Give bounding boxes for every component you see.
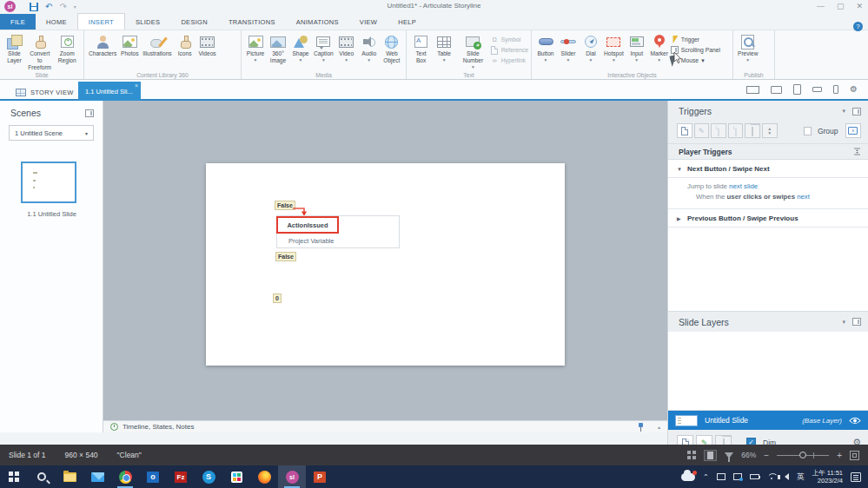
chevron-down-icon[interactable]: ▼ xyxy=(677,167,687,172)
delete-trigger-button[interactable] xyxy=(745,123,760,138)
scene-selector-dropdown[interactable]: 1 Untitled Scene ▾ xyxy=(9,125,94,141)
slide-view-icon[interactable] xyxy=(704,450,717,461)
base-layer-row[interactable]: Untitled Slide (Base Layer) xyxy=(668,411,868,430)
photos-button[interactable]: Photos xyxy=(118,32,141,58)
characters-button[interactable]: Characters xyxy=(87,32,118,58)
slide-thumbnail[interactable] xyxy=(21,162,76,203)
text-box-button[interactable]: A Text Box xyxy=(409,32,433,65)
action-issued-box[interactable]: ActionIssued xyxy=(276,216,339,234)
help-icon[interactable]: ? xyxy=(853,22,863,31)
taskbar-explorer[interactable] xyxy=(56,465,83,488)
collapse-panel-icon[interactable] xyxy=(852,318,861,326)
wifi-icon[interactable] xyxy=(767,473,777,480)
menu-tab-design[interactable]: DESIGN xyxy=(170,14,218,30)
minimize-button[interactable]: — xyxy=(817,2,825,10)
taskbar-mail[interactable] xyxy=(83,465,111,488)
slide-number-button[interactable]: Slide Number ▾ xyxy=(455,32,491,70)
when-event-link[interactable]: next xyxy=(797,193,810,201)
collapse-panel-icon[interactable] xyxy=(852,108,861,115)
menu-tab-animations[interactable]: ANIMATIONS xyxy=(286,14,349,30)
menu-tab-insert[interactable]: INSERT xyxy=(77,13,125,30)
menu-tab-file[interactable]: FILE xyxy=(0,14,36,30)
symbol-button[interactable]: Ω Symbol xyxy=(491,36,528,43)
reorder-trigger-spinner[interactable]: ▲▼ xyxy=(762,123,778,138)
chevron-down-icon[interactable]: ▾ xyxy=(842,319,845,326)
maximize-button[interactable]: ▢ xyxy=(837,2,845,10)
taskbar-chrome[interactable] xyxy=(111,465,139,488)
illustrations-button[interactable]: Illustrations xyxy=(141,32,173,58)
start-button[interactable] xyxy=(0,465,28,488)
trigger-button[interactable]: Trigger xyxy=(671,36,720,43)
zoom-region-button[interactable]: Zoom Region xyxy=(54,32,81,65)
caption-button[interactable]: Caption ▾ xyxy=(312,32,335,63)
taskbar-powerpoint[interactable]: P xyxy=(306,465,334,488)
ime-indicator[interactable]: 英 xyxy=(797,472,805,483)
fit-to-window-icon[interactable] xyxy=(850,451,859,460)
speaker-icon[interactable] xyxy=(785,473,789,480)
jump-target-link[interactable]: next slide xyxy=(729,182,758,190)
dial-button[interactable]: Dial ▾ xyxy=(580,32,602,63)
menu-tab-home[interactable]: HOME xyxy=(36,14,77,30)
close-tab-icon[interactable]: × xyxy=(135,82,138,89)
layers-list-area[interactable] xyxy=(668,332,868,411)
collapse-panel-icon[interactable] xyxy=(85,109,94,117)
slider-button[interactable]: Slider ▾ xyxy=(557,32,580,63)
pin-icon[interactable] xyxy=(638,423,644,432)
taskbar-skype[interactable]: S xyxy=(195,465,222,488)
manage-variables-button[interactable]: x xyxy=(845,123,862,138)
button-button[interactable]: Button ▾ xyxy=(534,32,557,63)
video-button[interactable]: Video ▾ xyxy=(335,32,358,63)
menu-tab-slides[interactable]: SLIDES xyxy=(125,14,170,30)
collapse-all-icon[interactable] xyxy=(853,148,861,155)
reference-button[interactable]: Reference xyxy=(491,46,528,54)
display-tray-icon[interactable] xyxy=(733,473,742,480)
picture-button[interactable]: Picture ▾ xyxy=(244,32,267,63)
preview-button[interactable]: Preview ▾ xyxy=(736,32,759,63)
zoom-in-button[interactable]: + xyxy=(837,451,842,460)
slide-workspace[interactable]: False ActionIssued Project Variable Fals… xyxy=(103,101,667,432)
phone-landscape-icon[interactable] xyxy=(812,87,822,92)
menu-tab-transitions[interactable]: TRANSITIONS xyxy=(218,14,286,30)
taskbar-clock[interactable]: 上午 11:51 2023/2/4 xyxy=(812,469,843,485)
taskbar-storyline[interactable]: sl xyxy=(278,465,306,488)
group-checkbox[interactable] xyxy=(804,127,812,135)
chevron-down-icon[interactable]: ▾ xyxy=(842,108,845,115)
copy-trigger-button[interactable] xyxy=(711,123,726,138)
table-button[interactable]: Table ▾ xyxy=(433,32,455,63)
tray-expand-icon[interactable]: ⌃ xyxy=(703,473,709,481)
paste-trigger-button[interactable] xyxy=(728,123,744,138)
slide-canvas[interactable]: False ActionIssued Project Variable Fals… xyxy=(206,163,565,366)
input-button[interactable]: Input ▾ xyxy=(626,32,648,63)
phone-portrait-icon[interactable] xyxy=(833,85,838,94)
hotspot-button[interactable]: Hotspot ▾ xyxy=(602,32,626,63)
tablet-portrait-icon[interactable] xyxy=(793,84,801,95)
menu-tab-help[interactable]: HELP xyxy=(388,14,427,30)
close-button[interactable]: ✕ xyxy=(856,2,863,10)
device-tray-icon[interactable] xyxy=(717,473,726,480)
hyperlink-button[interactable]: ∞ Hyperlink xyxy=(491,56,528,64)
convert-freeform-button[interactable]: Convert to Freeform xyxy=(26,32,54,73)
tab-slide-active[interactable]: 1.1 Untitled Sli... × xyxy=(78,82,141,101)
zoom-out-button[interactable]: − xyxy=(764,451,769,460)
taskbar-search[interactable] xyxy=(28,465,56,488)
edit-trigger-button[interactable]: ✎ xyxy=(694,123,710,138)
zero-chip[interactable]: 0 xyxy=(273,293,282,303)
menu-tab-view[interactable]: VIEW xyxy=(349,14,388,30)
web-object-button[interactable]: Web Object xyxy=(381,32,403,65)
battery-icon[interactable] xyxy=(750,474,759,479)
image-360-button[interactable]: 360° Image xyxy=(267,32,289,65)
taskbar-slack[interactable] xyxy=(222,465,250,488)
trigger-group-previous[interactable]: ▶ Previous Button / Swipe Previous xyxy=(668,209,868,228)
taskbar-filezilla[interactable]: Fz xyxy=(167,465,195,488)
player-settings-gear-icon[interactable]: ⚙ xyxy=(850,85,858,94)
zoom-slider-handle[interactable] xyxy=(799,452,806,458)
project-variable-label[interactable]: Project Variable xyxy=(288,237,334,245)
timeline-states-notes-bar[interactable]: Timeline, States, Notes ▴ xyxy=(103,420,667,432)
slide-layer-button[interactable]: Slide Layer xyxy=(3,32,26,65)
eye-icon[interactable] xyxy=(849,417,861,425)
taskbar-firefox[interactable] xyxy=(250,465,278,488)
marker-button[interactable]: Marker ▾ xyxy=(648,32,671,63)
shape-button[interactable]: Shape ▾ xyxy=(289,32,312,63)
desktop-preview-icon[interactable] xyxy=(746,86,759,94)
chevron-right-icon[interactable]: ▶ xyxy=(677,215,687,221)
